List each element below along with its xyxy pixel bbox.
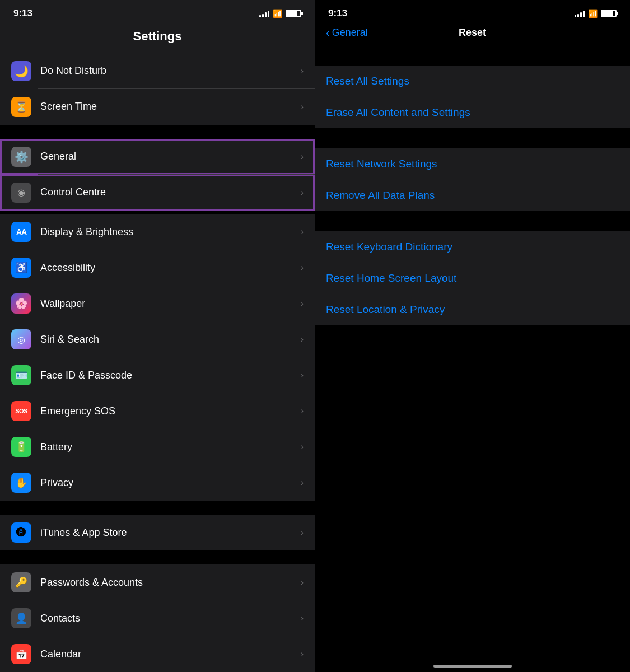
sidebar-item-contacts[interactable]: 👤 Contacts › — [0, 600, 315, 636]
siri-search-label: Siri & Search — [40, 334, 296, 346]
calendar-label: Calendar — [40, 648, 296, 660]
chevron-icon: › — [301, 370, 304, 380]
reset-location-privacy-label: Reset Location & Privacy — [326, 304, 445, 316]
chevron-icon: › — [301, 66, 304, 76]
privacy-label: Privacy — [40, 477, 296, 489]
sidebar-item-general[interactable]: ⚙️ General › — [0, 139, 315, 175]
reset-group-1: Reset All Settings Erase All Content and… — [315, 66, 630, 128]
left-panel: 9:13 📶 Settings 🌙 Do Not Disturb › ⏳ Scr… — [0, 0, 315, 672]
chevron-icon: › — [301, 577, 304, 587]
sidebar-item-face-id[interactable]: 🪪 Face ID & Passcode › — [0, 357, 315, 393]
chevron-icon: › — [301, 528, 304, 538]
settings-group-4: 🅐 iTunes & App Store › — [0, 515, 315, 550]
sidebar-item-calendar[interactable]: 📅 Calendar › — [0, 636, 315, 672]
chevron-icon: › — [301, 478, 304, 488]
sidebar-item-privacy[interactable]: ✋ Privacy › — [0, 465, 315, 501]
section-gap-4 — [0, 550, 315, 564]
general-label: General — [40, 151, 296, 162]
sidebar-item-display-brightness[interactable]: AA Display & Brightness › — [0, 214, 315, 250]
signal-bar-1 — [259, 15, 261, 17]
chevron-icon: › — [301, 102, 304, 112]
signal-icon — [259, 10, 269, 17]
reset-group-2: Reset Network Settings Remove All Data P… — [315, 148, 630, 211]
sidebar-item-itunes-app-store[interactable]: 🅐 iTunes & App Store › — [0, 515, 315, 550]
reset-network-label: Reset Network Settings — [326, 158, 437, 170]
do-not-disturb-icon: 🌙 — [11, 61, 31, 81]
erase-all-content-item[interactable]: Erase All Content and Settings — [315, 97, 630, 128]
erase-all-content-label: Erase All Content and Settings — [326, 106, 470, 119]
left-status-icons: 📶 — [259, 9, 301, 18]
sidebar-item-wallpaper[interactable]: 🌸 Wallpaper › — [0, 286, 315, 321]
right-status-bar: 9:13 📶 — [315, 0, 630, 25]
sidebar-item-emergency-sos[interactable]: SOS Emergency SOS › — [0, 393, 315, 429]
sidebar-item-passwords-accounts[interactable]: 🔑 Passwords & Accounts › — [0, 564, 315, 600]
right-time: 9:13 — [328, 8, 347, 19]
sidebar-item-control-centre[interactable]: ◉ Control Centre › — [0, 175, 315, 211]
chevron-back-icon: ‹ — [326, 26, 330, 39]
control-centre-icon: ◉ — [11, 183, 31, 203]
accessibility-icon: ♿ — [11, 258, 31, 278]
sidebar-item-siri-search[interactable]: ◎ Siri & Search › — [0, 321, 315, 357]
siri-search-icon: ◎ — [11, 329, 31, 349]
reset-title: Reset — [459, 27, 486, 39]
signal-bar-4 — [583, 11, 585, 17]
passwords-label: Passwords & Accounts — [40, 577, 296, 589]
back-button[interactable]: ‹ General — [326, 26, 368, 39]
sidebar-item-screen-time[interactable]: ⏳ Screen Time › — [0, 89, 315, 125]
right-nav-bar: ‹ General Reset — [315, 25, 630, 45]
settings-group-1: 🌙 Do Not Disturb › ⏳ Screen Time › — [0, 53, 315, 125]
reset-home-screen-item[interactable]: Reset Home Screen Layout — [315, 263, 630, 294]
chevron-icon: › — [301, 188, 304, 198]
sidebar-item-do-not-disturb[interactable]: 🌙 Do Not Disturb › — [0, 53, 315, 89]
signal-bar-1 — [575, 15, 576, 17]
face-id-label: Face ID & Passcode — [40, 370, 296, 381]
right-signal-icon — [575, 10, 585, 17]
screen-time-label: Screen Time — [40, 101, 296, 113]
right-gap-1 — [315, 128, 630, 148]
battery-status-icon — [286, 10, 301, 17]
signal-bar-3 — [580, 12, 582, 17]
emergency-sos-label: Emergency SOS — [40, 405, 296, 417]
right-gap-top — [315, 45, 630, 66]
settings-title: Settings — [0, 25, 315, 53]
screen-time-icon: ⏳ — [11, 97, 31, 117]
remove-data-plans-item[interactable]: Remove All Data Plans — [315, 180, 630, 211]
settings-group-5: 🔑 Passwords & Accounts › 👤 Contacts › 📅 … — [0, 564, 315, 672]
chevron-icon: › — [301, 263, 304, 273]
emergency-sos-icon: SOS — [11, 401, 31, 421]
remove-data-plans-label: Remove All Data Plans — [326, 189, 435, 202]
itunes-icon: 🅐 — [11, 522, 31, 543]
chevron-icon: › — [301, 442, 304, 452]
signal-bar-4 — [268, 11, 269, 17]
reset-group-3: Reset Keyboard Dictionary Reset Home Scr… — [315, 231, 630, 325]
reset-keyboard-label: Reset Keyboard Dictionary — [326, 241, 452, 253]
chevron-icon: › — [301, 649, 304, 659]
right-panel: 9:13 📶 ‹ General Reset Reset All Se — [315, 0, 630, 672]
signal-bar-3 — [265, 12, 267, 17]
reset-network-item[interactable]: Reset Network Settings — [315, 148, 630, 180]
reset-all-settings-item[interactable]: Reset All Settings — [315, 66, 630, 97]
chevron-icon: › — [301, 152, 304, 162]
left-time: 9:13 — [13, 8, 32, 19]
battery-fill — [287, 11, 297, 16]
reset-home-screen-label: Reset Home Screen Layout — [326, 272, 456, 284]
passwords-icon: 🔑 — [11, 572, 31, 592]
contacts-label: Contacts — [40, 613, 296, 624]
reset-all-settings-label: Reset All Settings — [326, 75, 409, 87]
reset-keyboard-item[interactable]: Reset Keyboard Dictionary — [315, 231, 630, 263]
battery-label: Battery — [40, 441, 296, 453]
display-brightness-label: Display & Brightness — [40, 226, 296, 238]
sidebar-item-accessibility[interactable]: ♿ Accessibility › — [0, 250, 315, 286]
wifi-icon: 📶 — [273, 9, 282, 18]
sidebar-item-battery[interactable]: 🔋 Battery › — [0, 429, 315, 465]
general-icon: ⚙️ — [11, 147, 31, 167]
face-id-icon: 🪪 — [11, 365, 31, 385]
reset-location-privacy-item[interactable]: Reset Location & Privacy — [315, 294, 630, 325]
settings-group-3: AA Display & Brightness › ♿ Accessibilit… — [0, 214, 315, 501]
chevron-icon: › — [301, 227, 304, 237]
wallpaper-label: Wallpaper — [40, 298, 296, 310]
signal-bar-2 — [577, 14, 579, 17]
right-battery-fill — [602, 11, 613, 16]
right-wifi-icon: 📶 — [588, 9, 598, 18]
section-gap-1 — [0, 125, 315, 139]
